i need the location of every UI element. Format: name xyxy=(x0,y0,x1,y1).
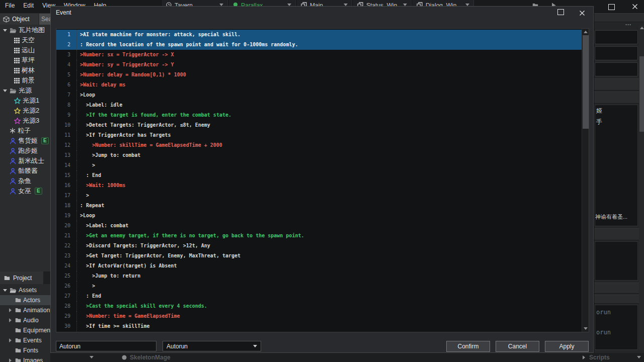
code-line[interactable]: 23>Get Target: TriggerActor, Enemy, MaxT… xyxy=(56,251,582,261)
tab-object[interactable]: Object xyxy=(0,14,38,25)
code-line[interactable]: 13>Jump to: combat xyxy=(56,150,582,160)
line-number: 12 xyxy=(56,140,76,150)
object-tree-item[interactable]: 远山 xyxy=(0,45,50,55)
dialog-maximize-button[interactable] xyxy=(557,9,564,15)
scroll-down-icon[interactable] xyxy=(637,356,641,358)
confirm-button[interactable]: Confirm xyxy=(446,341,490,352)
event-name-input[interactable] xyxy=(56,341,156,351)
object-tree-item[interactable]: 草坪 xyxy=(0,55,50,65)
line-text: >Loop xyxy=(76,211,582,221)
code-line[interactable]: 10>Detect Targets: TriggerActor, ≤8t, En… xyxy=(56,120,582,130)
object-tree-item[interactable]: 树林 xyxy=(0,65,50,75)
assets-tree-item[interactable]: Audio xyxy=(0,315,50,325)
code-line[interactable]: 26> xyxy=(56,281,582,291)
object-tree-item[interactable]: 跑步姬 xyxy=(0,146,50,156)
line-text: : Repeat xyxy=(76,201,582,211)
object-tree-item[interactable]: 杂鱼 xyxy=(0,176,50,186)
code-line[interactable]: 29>Number: time = GameElapsedTime xyxy=(56,311,582,321)
line-number: 30 xyxy=(56,321,76,331)
code-line[interactable]: 15: End xyxy=(56,170,582,180)
object-tree-item[interactable]: 前景 xyxy=(0,75,50,85)
code-line[interactable]: 16>Wait: 1000ms xyxy=(56,180,582,191)
tilegrid-icon xyxy=(14,78,20,83)
code-line[interactable]: 24>If ActorVar(target) is Absent xyxy=(56,261,582,271)
code-line[interactable]: 7>Loop xyxy=(56,90,582,100)
assets-tree-item[interactable]: Fonts xyxy=(0,345,50,355)
code-line[interactable]: 6>Wait: delay ms xyxy=(56,80,582,90)
object-tree-item[interactable]: 新米战士 xyxy=(0,156,50,166)
object-tree-item[interactable]: 粒子 xyxy=(0,126,50,136)
event-script-editor[interactable]: 1>AI state machine for monster: attack, … xyxy=(56,28,589,332)
chevron-down-icon[interactable] xyxy=(90,356,94,358)
editor-scrollbar[interactable] xyxy=(582,29,589,332)
code-line[interactable]: 12>Number: skillTime = GameElapsedTime +… xyxy=(56,140,582,150)
code-line[interactable]: 9>If the target is found, enter the comb… xyxy=(56,110,582,120)
code-line[interactable]: 11>If TriggerActor has Targets xyxy=(56,130,582,140)
code-line[interactable]: 20>Label: combat xyxy=(56,221,582,231)
scroll-down-button[interactable] xyxy=(582,325,589,332)
more-button[interactable]: ... xyxy=(625,20,631,26)
assets-tree-item[interactable]: Images xyxy=(0,355,50,362)
expand-down-icon xyxy=(2,289,8,292)
code-line[interactable]: 19>Loop xyxy=(56,211,582,221)
window-close-button[interactable] xyxy=(632,3,638,12)
window-maximize-button[interactable] xyxy=(608,4,615,10)
property-field[interactable] xyxy=(595,30,638,44)
assets-tree-item[interactable]: Equipment xyxy=(0,325,50,335)
scroll-down-icon xyxy=(584,327,588,330)
code-line[interactable]: 1>AI state machine for monster: attack, … xyxy=(56,30,582,40)
line-text: > xyxy=(76,191,582,201)
code-line[interactable]: 22>Discard Targets: TriggerActor, >12t, … xyxy=(56,241,582,251)
code-line[interactable]: 21>Get an enemy target, if there is no t… xyxy=(56,231,582,241)
code-line[interactable]: 18: Repeat xyxy=(56,201,582,211)
person-icon xyxy=(10,178,16,185)
menu-file[interactable]: File xyxy=(5,2,15,9)
line-number: 25 xyxy=(56,271,76,281)
scrollbar-thumb[interactable] xyxy=(583,35,589,129)
object-tree-item[interactable]: 骷髅酱 xyxy=(0,166,50,176)
cancel-button[interactable]: Cancel xyxy=(496,341,539,352)
tree-item-label: 粒子 xyxy=(18,126,31,135)
code-line[interactable]: 30>If time >= skillTime xyxy=(56,321,582,331)
code-line[interactable]: 25>Jump to: return xyxy=(56,271,582,281)
object-tree-item[interactable]: 女巫E xyxy=(0,186,50,196)
object-tree-item[interactable]: 售货姬E xyxy=(0,136,50,146)
dialog-close-button[interactable] xyxy=(579,9,585,18)
event-list-item[interactable]: orun xyxy=(596,329,611,336)
object-tree-item[interactable]: 光源 xyxy=(0,85,50,96)
scrollbar-thumb[interactable] xyxy=(639,56,644,132)
line-text: >Number: skillTime = GameElapsedTime + 2… xyxy=(76,140,582,150)
assets-tree-item[interactable]: Events xyxy=(0,335,50,345)
assets-tree-item[interactable]: Animation xyxy=(0,305,50,315)
object-tree-item[interactable]: 光源3 xyxy=(0,116,50,126)
code-line[interactable]: 14> xyxy=(56,160,582,170)
trigger-select[interactable]: Autorun xyxy=(163,341,261,351)
menu-edit[interactable]: Edit xyxy=(23,2,34,9)
property-field[interactable] xyxy=(595,46,638,60)
scroll-up-button[interactable] xyxy=(582,29,589,35)
assets-tree-item[interactable]: Actors xyxy=(0,295,50,305)
property-field[interactable] xyxy=(595,62,638,76)
code-line[interactable]: 17> xyxy=(56,191,582,201)
tab-search[interactable]: Search xyxy=(39,14,50,25)
object-tree-item[interactable]: 瓦片地图 xyxy=(0,25,50,35)
object-tree-item[interactable]: 光源2 xyxy=(0,106,50,116)
apply-button[interactable]: Apply xyxy=(545,341,589,352)
code-line[interactable]: 27: End xyxy=(56,291,582,301)
code-line[interactable]: 2: Record the location of the spawn poin… xyxy=(56,40,582,50)
code-line[interactable]: 8>Label: idle xyxy=(56,100,582,110)
actor-dot-icon xyxy=(122,355,127,360)
assets-tree-item[interactable]: Assets xyxy=(0,285,50,295)
object-tree-item[interactable]: 天空 xyxy=(0,35,50,45)
code-line[interactable]: 5>Number: delay = Random[0,1) * 1000 xyxy=(56,70,582,80)
tab-project[interactable]: Project xyxy=(0,272,43,284)
object-tree-item[interactable]: 光源1 xyxy=(0,96,50,106)
code-line[interactable]: 4>Number: sy = TriggerActor -> Y xyxy=(56,60,582,70)
event-list-item[interactable]: orun xyxy=(596,309,611,316)
code-line[interactable]: 3>Number: sx = TriggerActor -> X xyxy=(56,50,582,60)
line-text: >Number: sy = TriggerActor -> Y xyxy=(76,60,582,70)
code-line[interactable]: 28>Cast the special skill every 4 second… xyxy=(56,301,582,311)
expand-right-icon[interactable] xyxy=(583,355,585,359)
project-tab-gap xyxy=(43,272,50,284)
right-panel-scrollbar[interactable] xyxy=(639,25,644,350)
